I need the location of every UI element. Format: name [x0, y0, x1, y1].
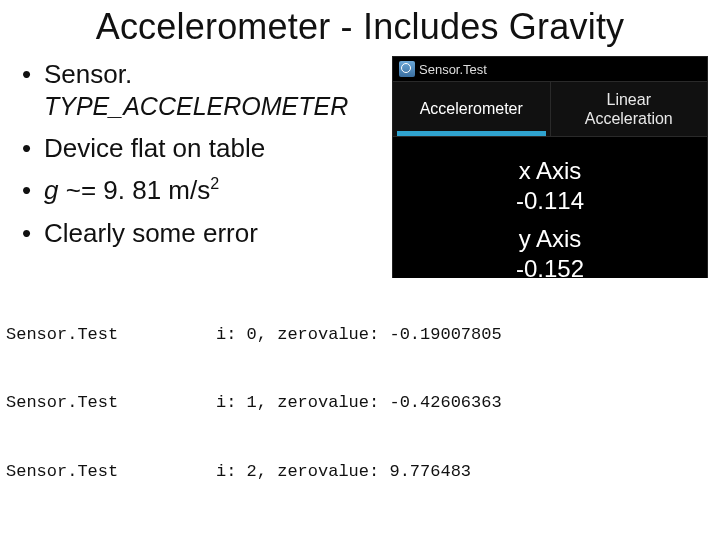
bullet-error: Clearly some error	[22, 217, 390, 250]
log-row: Sensor.Testi: 0, zerovalue: -0.19007805	[6, 324, 714, 347]
app-icon	[399, 61, 415, 77]
slide: Accelerometer - Includes Gravity Sensor.…	[0, 0, 720, 540]
bullet-subtext: TYPE_ACCELEROMETER	[44, 91, 390, 122]
g-text: ~= 9. 81 m/s	[58, 175, 210, 205]
bullet-sensor: Sensor. TYPE_ACCELEROMETER	[22, 58, 390, 122]
g-symbol: g	[44, 175, 58, 205]
tab-label: Accelerometer	[420, 99, 523, 118]
log-tag: Sensor.Test	[6, 392, 216, 415]
tab-linear-acceleration[interactable]: LinearAcceleration	[550, 82, 708, 136]
tab-label-line1: Linear	[607, 91, 651, 108]
log-msg: i: 1, zerovalue: -0.42606363	[216, 392, 714, 415]
x-axis-value: -0.114	[393, 187, 707, 215]
bullet-device-flat: Device flat on table	[22, 132, 390, 165]
y-axis-label: y Axis	[393, 225, 707, 253]
tab-bar: Accelerometer LinearAcceleration	[393, 81, 707, 137]
log-tag: Sensor.Test	[6, 461, 216, 484]
log-row: Sensor.Testi: 1, zerovalue: -0.42606363	[6, 392, 714, 415]
slide-title: Accelerometer - Includes Gravity	[0, 0, 720, 52]
log-msg: i: 2, zerovalue: 9.776483	[216, 461, 714, 484]
bullet-list: Sensor. TYPE_ACCELEROMETER Device flat o…	[0, 52, 390, 259]
tab-accelerometer[interactable]: Accelerometer	[393, 82, 550, 136]
tab-label: LinearAcceleration	[585, 90, 673, 128]
log-row: Sensor.Testi: 2, zerovalue: 9.776483	[6, 461, 714, 484]
g-exponent: 2	[210, 175, 219, 193]
x-axis-label: x Axis	[393, 157, 707, 185]
bullet-text: Sensor.	[44, 59, 132, 89]
app-title: Sensor.Test	[419, 62, 487, 77]
status-bar: Sensor.Test	[393, 57, 707, 81]
tab-label-line2: Acceleration	[585, 110, 673, 127]
log-msg: i: 0, zerovalue: -0.19007805	[216, 324, 714, 347]
logcat-output: Sensor.Testi: 0, zerovalue: -0.19007805 …	[6, 278, 714, 530]
log-tag: Sensor.Test	[6, 324, 216, 347]
bullet-g-value: g ~= 9. 81 m/s2	[22, 174, 390, 207]
